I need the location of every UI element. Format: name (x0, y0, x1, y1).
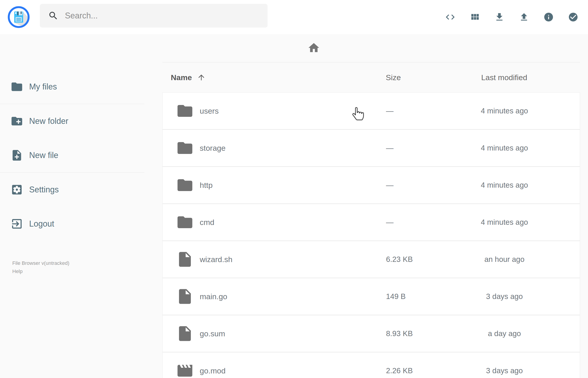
file-list: users — 4 minutes ago storage — 4 minute… (162, 93, 580, 378)
file-name: users (200, 107, 219, 115)
sort-ascending-icon (197, 73, 206, 82)
file-size: 8.93 KB (386, 329, 461, 338)
file-icon (176, 325, 194, 342)
file-plus-icon (11, 149, 23, 162)
folder-icon (11, 80, 23, 93)
code-icon (445, 12, 455, 22)
file-modified: an hour ago (461, 255, 548, 264)
file-size: — (386, 107, 461, 115)
settings-icon (11, 183, 23, 196)
file-name: storage (200, 144, 226, 153)
file-modified: 3 days ago (461, 366, 548, 375)
sidebar-item-label: My files (29, 82, 57, 92)
info-button[interactable] (543, 12, 554, 22)
sidebar-item-label: Settings (29, 185, 59, 194)
sidebar-item-logout[interactable]: Logout (0, 207, 144, 241)
file-row[interactable]: go.sum 8.93 KB a day ago (163, 315, 580, 352)
folder-icon (176, 213, 194, 231)
file-row[interactable]: cmd — 4 minutes ago (163, 204, 580, 241)
info-icon (543, 12, 554, 22)
file-name: main.go (200, 292, 227, 301)
sidebar: My files New folder New file Settings Lo… (0, 34, 144, 378)
sidebar-footer: File Browser v(untracked) Help (12, 259, 69, 276)
help-link[interactable]: Help (12, 267, 69, 276)
file-size: — (386, 181, 461, 189)
sidebar-item-settings[interactable]: Settings (0, 173, 144, 207)
listing-header: Name Size Last modified (162, 62, 580, 93)
column-header-size[interactable]: Size (386, 73, 461, 82)
file-name: go.mod (200, 366, 226, 375)
file-icon (176, 288, 194, 305)
home-icon (307, 41, 320, 54)
filebrowser-logo[interactable] (8, 6, 30, 28)
file-row[interactable]: http — 4 minutes ago (163, 167, 580, 204)
breadcrumb-home-button[interactable] (307, 41, 321, 55)
grid-view-icon (469, 12, 480, 22)
file-size: 149 B (386, 292, 461, 301)
file-size: — (386, 144, 461, 152)
page-body: My files New folder New file Settings Lo… (0, 34, 588, 378)
sidebar-item-my-files[interactable]: My files (0, 70, 144, 104)
folder-plus-icon (11, 115, 23, 128)
check-circle-icon (568, 12, 578, 22)
file-row[interactable]: users — 4 minutes ago (163, 93, 580, 130)
file-name: cmd (200, 218, 214, 227)
switch-view-button[interactable] (469, 12, 480, 22)
raw-view-button[interactable] (445, 12, 455, 22)
file-row[interactable]: storage — 4 minutes ago (163, 130, 580, 167)
header-toolbar (445, 0, 578, 34)
sidebar-item-label: Logout (29, 219, 54, 229)
logout-icon (11, 217, 23, 230)
file-modified: a day ago (461, 329, 548, 338)
folder-icon (176, 102, 194, 120)
search-bar[interactable] (40, 4, 267, 27)
column-header-modified[interactable]: Last modified (461, 73, 548, 82)
floppy-disk-logo-icon (8, 6, 30, 28)
sidebar-item-label: New folder (29, 116, 68, 126)
file-modified: 4 minutes ago (461, 218, 548, 227)
upload-button[interactable] (519, 12, 529, 22)
sidebar-item-label: New file (29, 150, 58, 160)
download-button[interactable] (494, 12, 505, 22)
search-input[interactable] (65, 11, 257, 21)
file-modified: 4 minutes ago (461, 144, 548, 152)
file-size: 6.23 KB (386, 255, 461, 264)
file-name: wizard.sh (200, 255, 232, 264)
upload-icon (519, 12, 529, 22)
file-modified: 4 minutes ago (461, 107, 548, 115)
top-bar (0, 0, 588, 34)
file-row[interactable]: main.go 149 B 3 days ago (163, 278, 580, 315)
app-version: File Browser v(untracked) (12, 259, 69, 267)
search-icon (48, 11, 58, 21)
download-icon (494, 12, 505, 22)
file-row[interactable]: wizard.sh 6.23 KB an hour ago (163, 241, 580, 278)
folder-icon (176, 176, 194, 194)
select-multiple-button[interactable] (568, 12, 578, 22)
file-row[interactable]: go.mod 2.26 KB 3 days ago (163, 352, 580, 378)
file-size: 2.26 KB (386, 366, 461, 375)
column-header-name[interactable]: Name (162, 73, 386, 82)
folder-icon (176, 139, 194, 157)
file-modified: 4 minutes ago (461, 181, 548, 189)
file-size: — (386, 218, 461, 227)
file-modified: 3 days ago (461, 292, 548, 301)
file-name: go.sum (200, 329, 225, 338)
file-name: http (200, 181, 213, 190)
file-listing: Name Size Last modified users — 4 minute… (144, 34, 588, 378)
file-icon (176, 250, 194, 268)
sidebar-item-new-folder[interactable]: New folder (0, 104, 144, 138)
filebrowser-app: My files New folder New file Settings Lo… (0, 0, 588, 378)
sidebar-item-new-file[interactable]: New file (0, 138, 144, 172)
movie-icon (176, 362, 194, 378)
